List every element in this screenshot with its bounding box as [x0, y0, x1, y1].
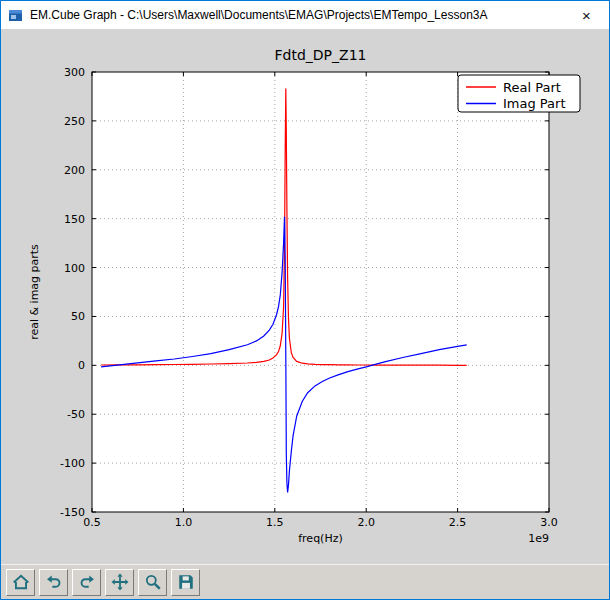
- y-tick-label: 250: [64, 115, 85, 128]
- app-icon[interactable]: [8, 7, 24, 23]
- close-button[interactable]: ×: [564, 1, 609, 29]
- forward-arrow-icon: [78, 573, 96, 591]
- x-axis-offset-label: 1e9: [528, 532, 549, 545]
- y-tick-label: 300: [64, 66, 85, 79]
- x-tick-label: 0.5: [83, 516, 101, 529]
- y-tick-label: 0: [78, 359, 85, 372]
- zoom-button[interactable]: [138, 569, 167, 596]
- window-title: EM.Cube Graph - C:\Users\Maxwell\Documen…: [30, 8, 558, 22]
- legend-label: Real Part: [503, 80, 561, 95]
- y-tick-label: -50: [67, 408, 85, 421]
- save-button[interactable]: [171, 569, 200, 596]
- y-axis-label: real & imag parts: [28, 244, 41, 340]
- x-axis-label: freq(Hz): [298, 532, 343, 545]
- app-window: EM.Cube Graph - C:\Users\Maxwell\Documen…: [0, 0, 610, 600]
- x-tick-label: 1.0: [175, 516, 193, 529]
- chart-svg: 0.51.01.52.02.53.0-150-100-5005010015020…: [1, 29, 609, 565]
- home-button[interactable]: [6, 569, 35, 596]
- plot-area[interactable]: [92, 72, 549, 512]
- y-tick-label: 200: [64, 164, 85, 177]
- y-tick-label: 100: [64, 262, 85, 275]
- back-button[interactable]: [39, 569, 68, 596]
- y-tick-label: -150: [60, 506, 85, 519]
- y-tick-label: -100: [60, 457, 85, 470]
- titlebar[interactable]: EM.Cube Graph - C:\Users\Maxwell\Documen…: [1, 1, 609, 29]
- x-tick-label: 3.0: [540, 516, 558, 529]
- pan-arrows-icon: [111, 573, 129, 591]
- home-icon: [12, 573, 30, 591]
- save-floppy-icon: [177, 573, 195, 591]
- x-tick-label: 2.0: [357, 516, 375, 529]
- x-tick-label: 1.5: [266, 516, 284, 529]
- legend-label: Imag Part: [503, 96, 566, 111]
- zoom-magnifier-icon: [144, 573, 162, 591]
- figure-canvas[interactable]: 0.51.01.52.02.53.0-150-100-5005010015020…: [1, 29, 609, 564]
- back-arrow-icon: [45, 573, 63, 591]
- y-tick-label: 150: [64, 213, 85, 226]
- chart-title: Fdtd_DP_Z11: [275, 47, 367, 63]
- x-tick-label: 2.5: [449, 516, 467, 529]
- forward-button[interactable]: [72, 569, 101, 596]
- pan-button[interactable]: [105, 569, 134, 596]
- plot-toolbar: [1, 564, 609, 599]
- y-tick-label: 50: [71, 310, 85, 323]
